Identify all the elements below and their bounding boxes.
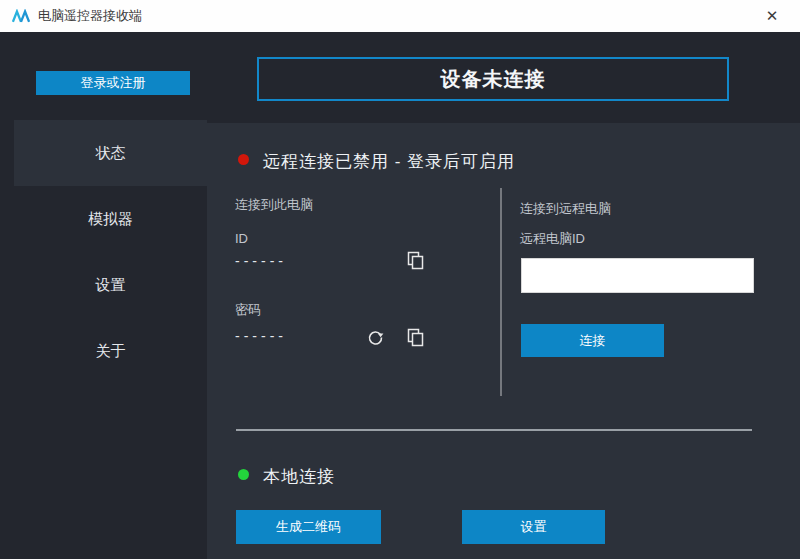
password-label: 密码	[235, 301, 261, 319]
app-logo-icon	[12, 9, 30, 24]
copy-password-button[interactable]	[405, 326, 425, 348]
copy-id-button[interactable]	[405, 249, 425, 271]
device-status-banner: 设备未连接	[257, 57, 729, 101]
sidebar-item-about[interactable]: 关于	[14, 318, 207, 384]
window-title: 电脑遥控器接收端	[38, 7, 142, 25]
sidebar-item-status[interactable]: 状态	[14, 120, 207, 186]
sidebar-item-emulator[interactable]: 模拟器	[14, 186, 207, 252]
copy-icon	[407, 251, 424, 270]
id-value: ------	[235, 253, 287, 269]
sidebar: 状态 模拟器 设置 关于	[14, 120, 207, 559]
local-settings-button[interactable]: 设置	[462, 510, 605, 544]
app-window: 登录或注册 设备未连接 状态 模拟器 设置 关于 远程连接已禁用 - 登录后可启…	[0, 32, 800, 559]
sidebar-item-settings[interactable]: 设置	[14, 252, 207, 318]
device-status-text: 设备未连接	[441, 66, 546, 93]
login-register-button[interactable]: 登录或注册	[36, 71, 190, 95]
refresh-icon	[367, 329, 384, 346]
remote-status-dot	[238, 154, 249, 165]
this-pc-section-label: 连接到此电脑	[235, 196, 313, 214]
password-value: ------	[235, 328, 287, 344]
vertical-divider	[500, 188, 502, 396]
local-connection-header: 本地连接	[263, 465, 335, 488]
connect-button[interactable]: 连接	[521, 324, 664, 357]
copy-icon	[407, 328, 424, 347]
remote-status-header: 远程连接已禁用 - 登录后可启用	[263, 150, 515, 173]
local-status-dot	[238, 469, 249, 480]
remote-pc-id-input[interactable]	[521, 258, 754, 293]
horizontal-divider	[236, 429, 752, 431]
status-panel: 远程连接已禁用 - 登录后可启用 连接到此电脑 ID ------ 密码 ---…	[207, 123, 800, 559]
title-bar: 电脑遥控器接收端 ✕	[0, 0, 800, 32]
remote-pc-section-label: 连接到远程电脑	[520, 200, 611, 218]
close-button[interactable]: ✕	[752, 0, 792, 31]
generate-qr-button[interactable]: 生成二维码	[236, 510, 381, 544]
remote-pc-id-label: 远程电脑ID	[520, 230, 585, 248]
id-label: ID	[235, 231, 248, 246]
refresh-password-button[interactable]	[365, 326, 385, 348]
